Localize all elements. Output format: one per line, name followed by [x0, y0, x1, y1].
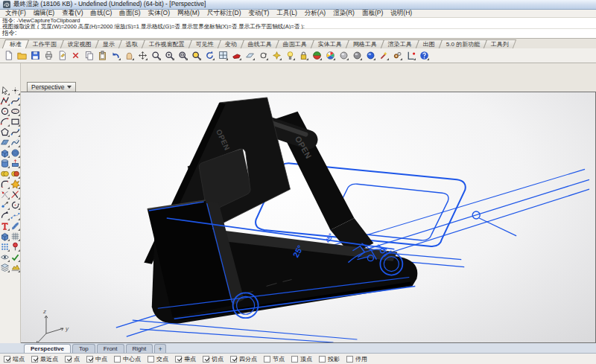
- osnap-checkbox[interactable]: [319, 356, 326, 363]
- ghosted-display-icon[interactable]: [351, 49, 364, 62]
- check-errors-icon[interactable]: [10, 252, 20, 262]
- menu-item-7[interactable]: 尺寸标注(D): [203, 9, 245, 18]
- move-icon[interactable]: [136, 49, 149, 62]
- rotate-view-icon[interactable]: [203, 49, 216, 62]
- menu-item-9[interactable]: 工具(L): [273, 9, 300, 18]
- toolbar-tab-15[interactable]: 工具列: [484, 39, 516, 48]
- arc-icon[interactable]: [0, 117, 10, 127]
- viewport-tab-front[interactable]: Front: [97, 344, 124, 353]
- trim-icon[interactable]: [0, 190, 10, 199]
- ortho-view-icon[interactable]: [257, 49, 270, 62]
- shaded-display-icon[interactable]: [337, 49, 350, 62]
- panels-icon[interactable]: [405, 49, 417, 62]
- osnap-checkbox[interactable]: [264, 356, 270, 363]
- osnap-7[interactable]: 切点: [203, 355, 224, 363]
- rotate-3d-icon[interactable]: [10, 200, 20, 210]
- fillet-icon[interactable]: [0, 179, 10, 189]
- gumball-icon[interactable]: [10, 242, 20, 252]
- viewport-title-tab[interactable]: Perspective: [27, 82, 76, 92]
- rendered-display-icon[interactable]: [324, 49, 337, 62]
- array-icon[interactable]: [0, 242, 10, 252]
- osnap-checkbox[interactable]: [230, 356, 237, 363]
- menu-item-1[interactable]: 编辑(E): [30, 9, 58, 18]
- toolbar-tab-14[interactable]: 5.0 的新功能: [439, 39, 488, 48]
- open-file-icon[interactable]: [16, 49, 28, 62]
- toolbar-tab-10[interactable]: 实体工具: [311, 39, 349, 48]
- zoom-extents-icon[interactable]: [177, 49, 189, 62]
- points-on-icon[interactable]: [10, 211, 20, 220]
- lamp-icon[interactable]: [284, 49, 297, 62]
- osnap-checkbox[interactable]: [31, 356, 38, 363]
- copy-to-clipboard-icon[interactable]: [56, 49, 69, 62]
- lock-icon[interactable]: [297, 49, 310, 62]
- join-icon[interactable]: [0, 232, 10, 241]
- polygon-icon[interactable]: [0, 127, 10, 137]
- menu-item-11[interactable]: 渲染(R): [329, 9, 358, 18]
- menu-item-2[interactable]: 查看(V): [58, 9, 86, 18]
- pan-icon[interactable]: [123, 49, 136, 62]
- osnap-5[interactable]: 交点: [148, 355, 168, 363]
- drag-icon[interactable]: [0, 200, 10, 210]
- menu-item-8[interactable]: 变动(T): [245, 9, 273, 18]
- cylinder-icon[interactable]: [0, 159, 10, 168]
- viewport-menu-arrow-icon[interactable]: [67, 86, 72, 89]
- menu-item-5[interactable]: 实体(O): [145, 9, 174, 18]
- viewport-canvas[interactable]: OPEN OPEN: [21, 92, 595, 342]
- raytraced-display-icon[interactable]: [364, 49, 377, 62]
- pipe-icon[interactable]: [10, 221, 20, 231]
- menu-item-12[interactable]: 面板(P): [358, 9, 387, 18]
- osnap-8[interactable]: 四分点: [230, 355, 257, 363]
- zoom-dynamic-icon[interactable]: [150, 49, 162, 62]
- layers-icon[interactable]: [0, 263, 10, 272]
- osnap-1[interactable]: 最近点: [31, 355, 58, 363]
- loft-icon[interactable]: [10, 138, 20, 147]
- osnap-checkbox[interactable]: [346, 356, 353, 363]
- osnap-2[interactable]: 点: [65, 355, 80, 363]
- split-icon[interactable]: [10, 190, 20, 199]
- toolbar-tab-12[interactable]: 渲染工具: [381, 39, 419, 48]
- toolbar-tab-8[interactable]: 曲线工具: [241, 39, 279, 48]
- delete-icon[interactable]: [69, 49, 82, 62]
- ellipse-icon[interactable]: [10, 106, 20, 116]
- toolbar-tab-11[interactable]: 网格工具: [346, 39, 384, 48]
- toolbar-tab-2[interactable]: 设定视图: [60, 39, 99, 48]
- menu-item-10[interactable]: 分析(A): [301, 9, 329, 18]
- circle-icon[interactable]: [0, 106, 10, 116]
- command-history[interactable]: 指令: -ViewCaptureToClipboard 视图撷取设置 ( 宽度(…: [0, 18, 596, 29]
- toolbar-tab-9[interactable]: 曲面工具: [276, 39, 314, 48]
- toolbar-tab-0[interactable]: 标准: [2, 39, 29, 48]
- save-icon[interactable]: [29, 49, 42, 62]
- zoom-selected-icon[interactable]: [190, 49, 203, 62]
- boolean-difference-icon[interactable]: [10, 169, 20, 179]
- extrude-icon[interactable]: [10, 159, 20, 168]
- osnap-checkbox[interactable]: [65, 356, 72, 363]
- osnap-checkbox[interactable]: [114, 356, 121, 363]
- osnap-3[interactable]: 中点: [86, 355, 107, 363]
- render-preview-icon[interactable]: [10, 263, 20, 272]
- object-snap-icon[interactable]: [270, 49, 283, 62]
- toolbar-tab-6[interactable]: 可见性: [188, 39, 221, 48]
- helix-icon[interactable]: [10, 127, 20, 137]
- explode-icon[interactable]: [10, 179, 20, 189]
- viewport-tab-perspective[interactable]: Perspective: [24, 344, 71, 353]
- menu-item-13[interactable]: 说明(H): [387, 9, 416, 18]
- help-icon[interactable]: [418, 49, 431, 62]
- osnap-4[interactable]: 中心点: [114, 355, 141, 363]
- menu-item-0[interactable]: 文件(F): [1, 9, 30, 18]
- mesh-icon[interactable]: [10, 232, 20, 241]
- print-icon[interactable]: [42, 49, 55, 62]
- new-file-icon[interactable]: [2, 49, 15, 62]
- osnap-checkbox[interactable]: [203, 356, 209, 363]
- named-view-icon[interactable]: [230, 49, 243, 62]
- viewport-tab-right[interactable]: Right: [126, 344, 153, 353]
- zoom-window-icon[interactable]: [163, 49, 176, 62]
- set-cplane-icon[interactable]: [244, 49, 256, 62]
- menu-item-4[interactable]: 曲面(S): [115, 9, 144, 18]
- point-icon[interactable]: [10, 86, 20, 95]
- tools-icon[interactable]: [378, 49, 390, 62]
- osnap-checkbox[interactable]: [175, 356, 182, 363]
- curve-boolean-icon[interactable]: [0, 211, 10, 220]
- viewport[interactable]: OPEN OPEN: [21, 92, 596, 343]
- rectangle-icon[interactable]: [10, 117, 20, 127]
- osnap-12[interactable]: 停用: [346, 355, 367, 363]
